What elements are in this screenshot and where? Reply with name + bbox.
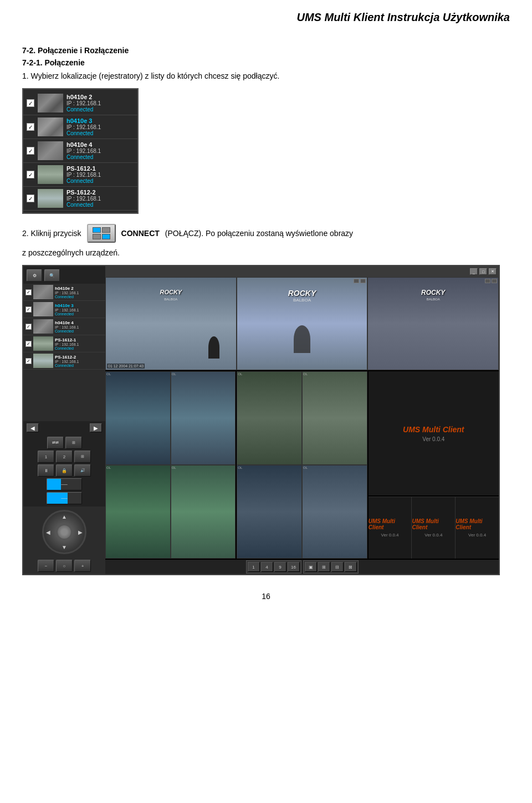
device-checkbox-1[interactable]: ✓ — [27, 99, 34, 107]
ctrl-btn-pause[interactable]: ⏸ — [38, 464, 54, 477]
rocky-sub-2: BALBOA — [293, 298, 311, 303]
ctrl-zoom-in[interactable]: + — [74, 560, 91, 572]
device-name-4: PS-1612-1 — [66, 165, 134, 172]
sidebar-checkbox-2[interactable]: ✓ — [25, 306, 32, 313]
ctrl-slider-1[interactable]: ── — [47, 478, 82, 490]
section-heading: 7-2. Połączenie i Rozłączenie — [22, 46, 510, 55]
app-screenshot: ⚙ 🔍 ✓ h0410e 2 IP : 192.168.1 Connected … — [22, 265, 500, 575]
bottom-btn-4[interactable]: 16 — [288, 562, 300, 572]
sidebar-info-2: h0410e 3 IP : 192.168.1 Connected — [55, 303, 103, 316]
sidebar-checkbox-1[interactable]: ✓ — [25, 289, 32, 295]
device-info-1: h0410e 2 IP : 192.168.1 Connected — [66, 94, 134, 112]
sub-cell-label-7: OL — [238, 466, 242, 469]
sidebar-list-item-1[interactable]: ✓ h0410e 2 IP : 192.168.1 Connected — [23, 284, 105, 301]
sidebar-checkbox-5[interactable]: ✓ — [25, 358, 32, 364]
list-item[interactable]: ✓ h0410e 3 IP : 192.168.1 Connected — [23, 115, 137, 139]
icon-cell-2 — [102, 227, 110, 233]
sub-cell-label-6: OL — [303, 372, 308, 376]
ctrl-btn-vol[interactable]: 🔊 — [74, 464, 91, 477]
jog-up-arrow[interactable]: ▲ — [62, 514, 67, 520]
sidebar-search-btn[interactable]: 🔍 — [44, 269, 60, 282]
app-titlebar: _ □ ✕ — [105, 266, 499, 277]
sidebar-list-item-3[interactable]: ✓ h0410e 4 IP : 192.168.1 Connected — [23, 318, 105, 335]
sub-cell-2: OL — [171, 371, 236, 465]
device-checkbox-3[interactable]: ✓ — [27, 147, 34, 155]
jog-dial[interactable]: ▲ ▼ ◀ ▶ — [42, 510, 86, 554]
sidebar-checkbox-4[interactable]: ✓ — [25, 341, 32, 347]
titlebar-close[interactable]: ✕ — [489, 268, 497, 275]
sidebar-controls: ⇄⇄ ⊞ 1 2 ⊞ ⏸ 🔒 🔊 ── ── — [23, 434, 105, 507]
ums-brand-title: UMS Multi Client — [403, 425, 464, 434]
sidebar-dev-status-2: Connected — [55, 312, 103, 316]
ctrl-slider-2[interactable]: ── — [47, 492, 82, 504]
sub-cell-4: OL — [171, 465, 236, 559]
ctrl-btn-lock[interactable]: 🔒 — [56, 464, 73, 477]
sub-cell-5: OL — [237, 371, 302, 465]
bottom-btn-1[interactable]: 1 — [248, 562, 260, 572]
bottom-btn-6[interactable]: ⊞ — [318, 562, 330, 572]
page-title: UMS Multi Klient Instrukcja Użytkownika — [22, 11, 510, 29]
step2-row: 2. Kliknij przycisk CONNECT (POŁĄCZ). Po… — [22, 224, 510, 243]
ctrl-btn-1[interactable]: 1 — [38, 451, 54, 463]
connect-button-image — [87, 224, 116, 243]
sidebar-next-btn[interactable]: ▶ — [90, 423, 102, 432]
video-cell-3: ROCKY BALBOA — [367, 277, 499, 370]
device-checkbox-2[interactable]: ✓ — [27, 123, 34, 131]
sidebar-checkbox-3[interactable]: ✓ — [25, 324, 32, 330]
ums-small-title-3: UMS Multi Client — [456, 518, 499, 530]
device-thumbnail-2 — [38, 117, 63, 136]
sidebar-dev-ip-2: IP : 192.168.1 — [55, 308, 103, 312]
list-item[interactable]: ✓ PS-1612-2 IP : 192.168.1 Connected — [23, 187, 137, 211]
device-checkbox-5[interactable]: ✓ — [27, 195, 34, 202]
ums-small-cell-2: UMS Multi Client Ver 0.0.4 — [412, 497, 456, 559]
video-brand-column: UMS Multi Client Ver 0.0.4 UMS Multi Cli… — [369, 371, 499, 559]
ctrl-zoom-reset[interactable]: ○ — [56, 560, 73, 572]
bottom-btn-5[interactable]: ▣ — [305, 562, 317, 572]
ums-small-ver-3: Ver 0.0.4 — [468, 533, 486, 538]
list-item[interactable]: ✓ h0410e 2 IP : 192.168.1 Connected — [23, 91, 137, 115]
app-main: _ □ ✕ ROCKY BALBOA 01 12 2004 21:07:43 R… — [105, 266, 499, 574]
ctrl-btn-3[interactable]: ⊞ — [74, 451, 91, 463]
device-info-4: PS-1612-1 IP : 192.168.1 Connected — [66, 165, 134, 184]
video-icon-2 — [360, 279, 366, 283]
device-info-3: h0410e 4 IP : 192.168.1 Connected — [66, 141, 134, 160]
sub-cell-6: OL — [302, 371, 367, 465]
sub-cell-8: OL — [302, 465, 367, 559]
rocky-text-1: ROCKY — [160, 289, 182, 295]
sidebar-list-item-2[interactable]: ✓ h0410e 3 IP : 192.168.1 Connected — [23, 301, 105, 318]
sub-heading: 7-2-1. Połączenie — [22, 58, 510, 67]
icon-cell-4 — [102, 234, 110, 239]
ctrl-btn-grid[interactable]: ⊞ — [65, 437, 82, 449]
video-icon-3 — [485, 279, 490, 283]
sidebar-thumb-3 — [33, 319, 53, 334]
sidebar-top-controls: ⚙ 🔍 — [23, 266, 105, 284]
sidebar-dev-name-3: h0410e 4 — [55, 320, 103, 325]
sidebar-list-item-4[interactable]: ✓ PS-1612-1 IP : 192.168.1 Connected — [23, 335, 105, 352]
connect-label: CONNECT — [121, 229, 160, 238]
sub-cell-label-1: OL — [106, 372, 111, 376]
list-item[interactable]: ✓ h0410e 4 IP : 192.168.1 Connected — [23, 139, 137, 163]
sidebar-list-item-5[interactable]: ✓ PS-1612-2 IP : 192.168.1 Connected — [23, 352, 105, 370]
jog-left-arrow[interactable]: ◀ — [46, 529, 50, 535]
ctrl-btn-connect[interactable]: ⇄⇄ — [47, 437, 64, 449]
titlebar-minimize[interactable]: _ — [470, 268, 478, 275]
sidebar-prev-btn[interactable]: ◀ — [27, 423, 39, 432]
list-item[interactable]: ✓ PS-1612-1 IP : 192.168.1 Connected — [23, 163, 137, 187]
ctrl-zoom-out[interactable]: − — [38, 560, 54, 572]
step2-text2: (POŁĄCZ). Po połączeniu zostaną wyświetl… — [165, 229, 353, 238]
jog-right-arrow[interactable]: ▶ — [78, 529, 83, 535]
bottom-btn-2[interactable]: 4 — [261, 562, 273, 572]
bottom-btn-group-1: 1 4 9 16 — [246, 560, 301, 574]
bottom-btn-8[interactable]: ⊠ — [345, 562, 357, 572]
device-name-3: h0410e 4 — [66, 141, 134, 148]
jog-down-arrow[interactable]: ▼ — [62, 544, 67, 550]
device-ip-3: IP : 192.168.1 — [66, 148, 134, 154]
ctrl-btn-2[interactable]: 2 — [56, 451, 73, 463]
device-checkbox-4[interactable]: ✓ — [27, 171, 34, 178]
device-status-2: Connected — [66, 130, 134, 136]
bottom-btn-7[interactable]: ⊟ — [331, 562, 344, 572]
video-bottom-area: OL OL OL OL OL OL — [105, 371, 499, 559]
bottom-btn-3[interactable]: 9 — [274, 562, 287, 572]
titlebar-maximize[interactable]: □ — [479, 268, 487, 275]
sidebar-settings-btn[interactable]: ⚙ — [27, 269, 42, 282]
